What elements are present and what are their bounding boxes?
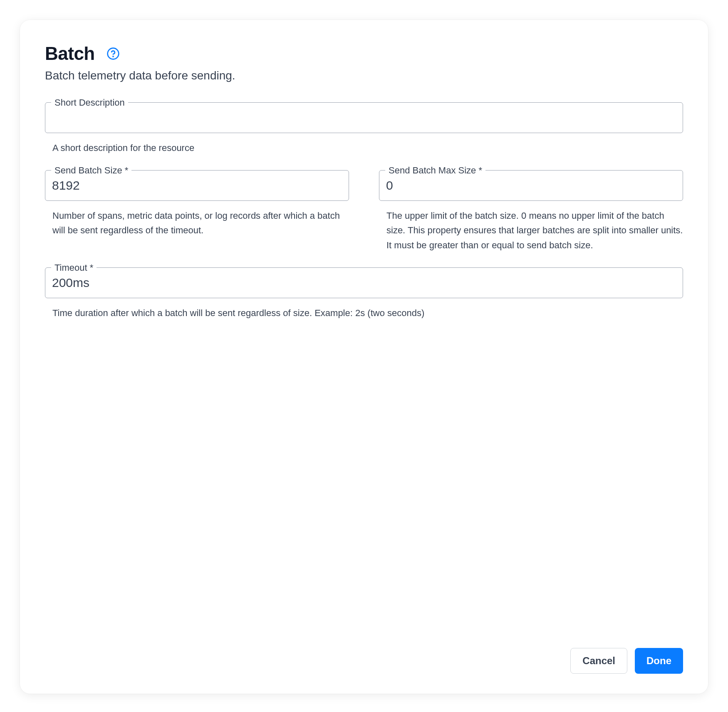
- header: Batch: [45, 43, 683, 64]
- send-batch-size-input[interactable]: [52, 178, 342, 193]
- cancel-button[interactable]: Cancel: [570, 648, 627, 674]
- form: Short Description A short description fo…: [45, 102, 683, 648]
- batch-settings-card: Batch Batch telemetry data before sendin…: [20, 20, 708, 694]
- page-title: Batch: [45, 43, 95, 64]
- short-description-help: A short description for the resource: [45, 141, 683, 155]
- send-batch-max-size-input[interactable]: [386, 178, 676, 193]
- send-batch-max-size-help: The upper limit of the batch size. 0 mea…: [379, 208, 683, 252]
- short-description-field: Short Description A short description fo…: [45, 102, 683, 155]
- svg-point-1: [113, 56, 113, 57]
- page-subtitle: Batch telemetry data before sending.: [45, 69, 683, 82]
- timeout-input[interactable]: [52, 275, 676, 290]
- done-button[interactable]: Done: [635, 648, 683, 674]
- send-batch-size-label: Send Batch Size *: [51, 165, 131, 176]
- button-row: Cancel Done: [45, 648, 683, 674]
- send-batch-max-size-field: Send Batch Max Size * The upper limit of…: [379, 170, 683, 252]
- timeout-help: Time duration after which a batch will b…: [45, 306, 683, 320]
- send-batch-size-field: Send Batch Size * Number of spans, metri…: [45, 170, 349, 237]
- short-description-input[interactable]: [52, 110, 676, 125]
- help-icon[interactable]: [106, 47, 120, 60]
- short-description-label: Short Description: [51, 97, 128, 108]
- send-batch-size-help: Number of spans, metric data points, or …: [45, 208, 349, 237]
- timeout-field: Timeout * Time duration after which a ba…: [45, 267, 683, 320]
- send-batch-max-size-label: Send Batch Max Size *: [385, 165, 485, 176]
- timeout-label: Timeout *: [51, 262, 97, 273]
